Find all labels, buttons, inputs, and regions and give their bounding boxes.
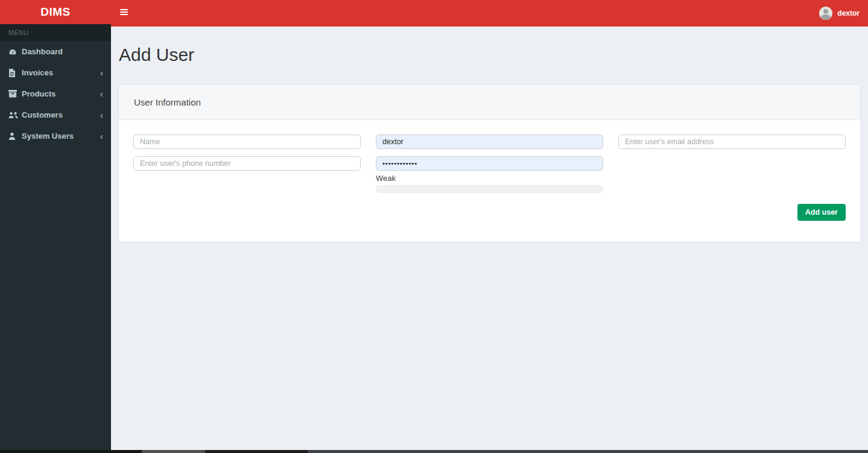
sidebar: MENU Dashboard bbox=[0, 24, 111, 450]
window-bottom-edge bbox=[0, 450, 868, 453]
sidebar-toggle-button[interactable] bbox=[113, 0, 134, 24]
hamburger-icon bbox=[120, 9, 128, 10]
password-group: Weak bbox=[376, 156, 603, 193]
sidebar-item-invoices[interactable]: Invoices ‹ bbox=[0, 62, 111, 83]
username-input[interactable] bbox=[376, 135, 603, 149]
avatar-person-icon bbox=[823, 9, 828, 14]
content-area: Add User User Information Weak bbox=[111, 27, 868, 450]
sidebar-item-label: Customers bbox=[22, 110, 100, 119]
add-user-button[interactable]: Add user bbox=[797, 204, 846, 221]
sidebar-menu-header: MENU bbox=[0, 24, 111, 41]
sidebar-item-label: Dashboard bbox=[22, 47, 103, 56]
name-input[interactable] bbox=[133, 135, 361, 149]
sidebar-nav: Dashboard Invoices ‹ bbox=[0, 41, 111, 147]
chevron-left-icon: ‹ bbox=[100, 69, 103, 77]
chevron-left-icon: ‹ bbox=[100, 90, 103, 98]
email-input[interactable] bbox=[618, 135, 846, 149]
card-header: User Information bbox=[119, 85, 860, 120]
customers-icon bbox=[8, 111, 22, 119]
user-information-card: User Information Weak Add user bbox=[118, 84, 861, 242]
username-label: dextor bbox=[837, 9, 860, 17]
chevron-left-icon: ‹ bbox=[100, 132, 103, 140]
brand-logo[interactable]: DIMS bbox=[0, 0, 111, 24]
system-users-icon bbox=[8, 132, 22, 140]
invoices-icon bbox=[8, 69, 22, 77]
password-input[interactable] bbox=[376, 156, 603, 171]
user-menu[interactable]: dextor bbox=[819, 0, 860, 27]
dashboard-icon bbox=[8, 48, 22, 56]
sidebar-item-system-users[interactable]: System Users ‹ bbox=[0, 125, 111, 147]
products-icon bbox=[8, 90, 22, 98]
password-strength-bar bbox=[376, 185, 603, 193]
sidebar-item-dashboard[interactable]: Dashboard bbox=[0, 41, 111, 62]
phone-input[interactable] bbox=[133, 156, 361, 171]
sidebar-item-label: Products bbox=[22, 89, 100, 98]
brand-text: DIMS bbox=[40, 5, 71, 19]
password-strength-label: Weak bbox=[376, 174, 603, 183]
page-title: Add User bbox=[119, 46, 868, 64]
topbar: DIMS dextor bbox=[0, 0, 868, 27]
add-user-form: Weak bbox=[133, 135, 846, 193]
sidebar-item-customers[interactable]: Customers ‹ bbox=[0, 104, 111, 125]
user-avatar bbox=[819, 7, 832, 20]
sidebar-item-products[interactable]: Products ‹ bbox=[0, 83, 111, 104]
chevron-left-icon: ‹ bbox=[100, 111, 103, 119]
sidebar-item-label: Invoices bbox=[22, 68, 100, 77]
card-body: Weak Add user bbox=[119, 120, 860, 242]
sidebar-item-label: System Users bbox=[22, 131, 100, 141]
form-actions: Add user bbox=[133, 204, 846, 221]
card-header-title: User Information bbox=[134, 97, 201, 107]
